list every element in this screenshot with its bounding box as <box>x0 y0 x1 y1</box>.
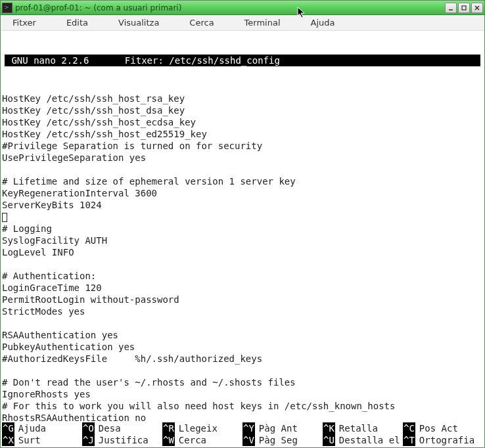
text-cursor <box>2 213 7 222</box>
menu-file[interactable]: Fitxer <box>7 16 41 29</box>
line: # Logging <box>2 223 52 234</box>
line: #Privilege Separation is turned on for s… <box>2 141 262 151</box>
shortcut-justify: ^JJustifica <box>82 434 162 446</box>
line: UsePrivilegeSeparation yes <box>2 152 146 163</box>
shortcut-curpos: ^CPos Act <box>403 422 483 434</box>
menu-help[interactable]: Ajuda <box>306 16 340 29</box>
line: LogLevel INFO <box>2 247 74 258</box>
nano-file-label: Fitxer: /etc/ssh/sshd_config <box>99 55 480 66</box>
minimize-button[interactable] <box>445 3 457 13</box>
line: # Don't read the user's ~/.rhosts and ~/… <box>2 377 296 388</box>
shortcut-read: ^RLlegeix <box>162 422 242 434</box>
menu-edit[interactable]: Edita <box>61 16 93 29</box>
nano-shortcuts: ^GAjuda ^ODesa ^RLlegeix ^YPàg Ant ^KRet… <box>1 422 484 447</box>
line: # For this to work you will also need ho… <box>2 401 395 411</box>
shortcut-cut: ^KRetalla <box>323 422 403 434</box>
terminal-icon <box>2 3 12 13</box>
line: RhostsRSAAuthentication no <box>2 413 146 423</box>
terminal-window: prof-01@prof-01: ~ (com a usuari primari… <box>0 0 485 448</box>
line: KeyRegenerationInterval 3600 <box>2 188 157 198</box>
line: PubkeyAuthentication yes <box>2 342 135 352</box>
line: IgnoreRhosts yes <box>2 389 91 399</box>
menu-terminal[interactable]: Terminal <box>239 16 286 29</box>
line: HostKey /etc/ssh/ssh_host_ecdsa_key <box>2 117 196 127</box>
maximize-button[interactable] <box>458 3 470 13</box>
svg-rect-1 <box>462 6 466 10</box>
shortcut-save: ^ODesa <box>82 422 162 434</box>
menubar: Fitxer Edita Visualitza Cerca Terminal A… <box>1 15 484 31</box>
menu-search[interactable]: Cerca <box>184 16 219 29</box>
titlebar[interactable]: prof-01@prof-01: ~ (com a usuari primari… <box>1 1 484 15</box>
shortcut-exit: ^XSurt <box>2 434 82 446</box>
line: ServerKeyBits 1024 <box>2 200 102 210</box>
shortcut-pageup: ^YPàg Ant <box>242 422 323 434</box>
line: PermitRootLogin without-password <box>2 294 179 305</box>
terminal-viewport[interactable]: GNU nano 2.2.6 Fitxer: /etc/ssh/sshd_con… <box>1 31 484 447</box>
menu-view[interactable]: Visualitza <box>113 16 164 29</box>
editor-content[interactable]: HostKey /etc/ssh/ssh_host_rsa_key HostKe… <box>1 78 484 447</box>
window-title: prof-01@prof-01: ~ (com a usuari primari… <box>15 3 445 12</box>
nano-app-name: GNU nano 2.2.6 <box>5 55 99 66</box>
line: StrictModes yes <box>2 306 85 317</box>
line: # Lifetime and size of ephemeral version… <box>2 176 296 187</box>
line: HostKey /etc/ssh/ssh_host_ed25519_key <box>2 129 207 139</box>
line: #AuthorizedKeysFile %h/.ssh/authorized_k… <box>2 353 262 364</box>
shortcut-spell: ^TOrtografia <box>403 434 483 446</box>
line: SyslogFacility AUTH <box>2 235 107 246</box>
line: # Authentication: <box>2 271 96 281</box>
line: RSAAuthentication yes <box>2 330 118 340</box>
shortcut-help: ^GAjuda <box>2 422 82 434</box>
nano-statusbar: GNU nano 2.2.6 Fitxer: /etc/ssh/sshd_con… <box>5 55 480 66</box>
shortcut-pagedown: ^VPàg Seg <box>242 434 323 446</box>
line: LoginGraceTime 120 <box>2 282 102 293</box>
window-controls <box>445 3 483 13</box>
shortcut-uncut: ^UDestalla el <box>323 434 403 446</box>
line: HostKey /etc/ssh/ssh_host_rsa_key <box>2 93 185 104</box>
close-button[interactable] <box>471 3 483 13</box>
line: HostKey /etc/ssh/ssh_host_dsa_key <box>2 105 185 116</box>
shortcut-search: ^WCerca <box>162 434 242 446</box>
